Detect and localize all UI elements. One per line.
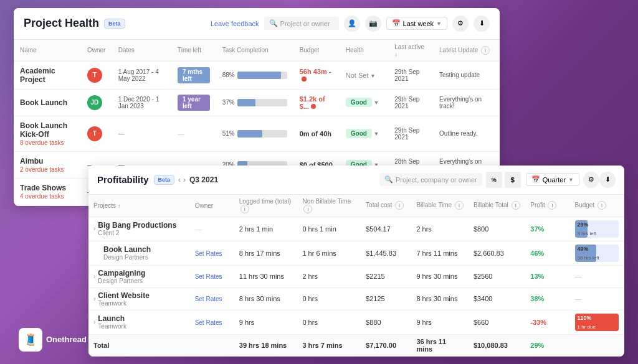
total-logged: 39 hrs 18 mins (234, 334, 298, 356)
billable-time-cell: 9 hrs 30 mins (411, 265, 468, 287)
nb-info-icon: i (303, 205, 312, 213)
name-cell: Book Launch Kick-Off8 overdue tasks (14, 116, 81, 151)
expand-icon[interactable]: › (93, 225, 95, 232)
powner-cell: Set Rates (190, 287, 234, 310)
owner-cell: T (81, 116, 112, 151)
task-completion-cell: 88% (222, 72, 287, 79)
project-name: Client Website (98, 291, 149, 300)
bt-info-icon: i (455, 201, 464, 210)
health-chevron[interactable]: ▼ (368, 73, 375, 79)
project-name: Book Launch Kick-Off (20, 121, 67, 139)
name-cell: Book Launch (14, 89, 81, 116)
table-row: ›Big Bang ProductionsClient 2—2 hrs 1 mi… (88, 217, 624, 241)
expand-icon[interactable]: › (93, 319, 95, 325)
bottom-search-box[interactable]: 🔍 Project, company or owner (379, 173, 482, 186)
dollar-toggle[interactable]: $ (505, 172, 521, 188)
last-active-cell: 29th Sep 2021 (388, 116, 433, 151)
col-task-completion: Task Completion (216, 40, 293, 62)
pcol-owner: Owner (190, 195, 234, 217)
budget-value: 56h 43m - (300, 68, 331, 75)
logo-area: 🧵 Onethread (19, 328, 87, 352)
health-chevron[interactable]: ▼ (372, 131, 379, 137)
non-billable-cell: 0 hrs (297, 310, 361, 334)
non-billable-cell: 0 hrs (297, 287, 361, 310)
pname-cell: ›CampaigningDesign Partners (88, 265, 190, 287)
health-badge: Good (346, 129, 372, 138)
project-name: Book Launch (103, 245, 151, 254)
calendar-icon: 📅 (392, 19, 401, 27)
profile-icon[interactable]: 👤 (344, 16, 360, 32)
time-left-badge: 7 mths left (178, 67, 210, 83)
time-left-cell: 1 year left (171, 89, 216, 116)
billable-time-cell: 2 hrs (411, 217, 468, 241)
table-row: ›Client WebsiteTeamworkSet Rates8 hrs 30… (88, 287, 624, 310)
leave-feedback-link[interactable]: Leave feedback (211, 20, 259, 27)
set-rates-link[interactable]: Set Rates (195, 273, 222, 280)
profit-cell: 46% (525, 241, 569, 265)
col-owner: Owner (81, 40, 112, 62)
total-label: Total (88, 334, 190, 356)
chevron-down-icon: ▼ (436, 21, 442, 27)
camera-icon[interactable]: 📷 (365, 16, 381, 32)
billable-time-cell: 9 hrs (411, 310, 468, 334)
powner-cell: Set Rates (190, 310, 234, 334)
warn-dot (311, 104, 316, 109)
name-cell: Trade Shows4 overdue tasks (14, 178, 81, 205)
prev-period-btn[interactable]: ‹ (178, 175, 181, 184)
health-badge: Not Set (346, 72, 369, 79)
pcol-billable-total: Billable Total i (469, 195, 525, 217)
pbudget-cell: 110% 1 hr due (570, 310, 624, 334)
set-rates-link[interactable]: Set Rates (195, 319, 222, 326)
logged-cell: 8 hrs 30 mins (234, 287, 298, 310)
total-cost: $7,170.00 (361, 334, 411, 356)
col-health: Health (340, 40, 388, 62)
project-name: Launch (98, 314, 126, 323)
total-profit: 29% (525, 334, 569, 356)
projects-sort-icon: ↑ (118, 203, 121, 209)
billable-total-cell: $3400 (469, 287, 525, 310)
client-name: Design Partners (98, 278, 145, 284)
filter-icon-2[interactable]: ⚙ (583, 172, 599, 188)
client-name: Teamwork (98, 300, 149, 307)
client-name: Client 2 (98, 230, 176, 236)
download-icon-2[interactable]: ⬇ (599, 172, 616, 188)
logged-cell: 9 hrs (234, 310, 298, 334)
next-period-btn[interactable]: › (183, 175, 186, 184)
pbudget-cell: — (570, 265, 624, 287)
set-rates-link[interactable]: Set Rates (195, 296, 222, 302)
task-cell: 37% (216, 89, 293, 116)
beta-badge: Beta (104, 19, 125, 29)
search-icon-2: 🔍 (384, 175, 393, 184)
health-chevron[interactable]: ▼ (372, 100, 379, 106)
col-latest-update: Latest Update i (433, 40, 500, 62)
task-cell: 88% (216, 61, 293, 89)
percent-toggle[interactable]: % (486, 172, 502, 188)
billable-time-cell: 8 hrs 30 mins (411, 287, 468, 310)
pcol-total-cost: Total cost i (361, 195, 411, 217)
date-filter-dropdown[interactable]: 📅 Last week ▼ (386, 17, 447, 30)
profitability-table: Projects ↑ Owner Logged time (total) i N… (88, 195, 624, 357)
logged-cell: 11 hrs 30 mins (234, 265, 298, 287)
top-search-box[interactable]: 🔍 Project or owner (264, 17, 339, 30)
filter-icon[interactable]: ⚙ (452, 16, 469, 32)
set-rates-link[interactable]: Set Rates (195, 250, 222, 257)
health-cell: Good ▼ (340, 116, 388, 151)
table-row: ›CampaigningDesign PartnersSet Rates11 h… (88, 265, 624, 287)
profit-cell: 37% (525, 217, 569, 241)
name-cell: Academic Project (14, 61, 81, 89)
pcol-billable-time: Billable Time i (411, 195, 468, 217)
billable-time-cell: 7 hrs 11 mins (411, 241, 468, 265)
quarter-filter-dropdown[interactable]: 📅 Quarter ▼ (526, 173, 579, 186)
period-label: Q3 2021 (189, 175, 218, 184)
col-dates: Dates (112, 40, 171, 62)
last-active-cell: 29th Sep 2021 (388, 61, 433, 89)
expand-icon[interactable]: › (93, 273, 95, 280)
pcol-logged: Logged time (total) i (234, 195, 298, 217)
billable-total-cell: $2560 (469, 265, 525, 287)
project-name: Trade Shows (20, 184, 66, 192)
powner-cell: Set Rates (190, 265, 234, 287)
project-name: Book Launch (20, 98, 67, 107)
download-icon[interactable]: ⬇ (474, 16, 490, 32)
expand-icon[interactable]: › (93, 296, 95, 302)
dates-cell: 1 Aug 2017 - 4 May 2022 (112, 61, 171, 89)
